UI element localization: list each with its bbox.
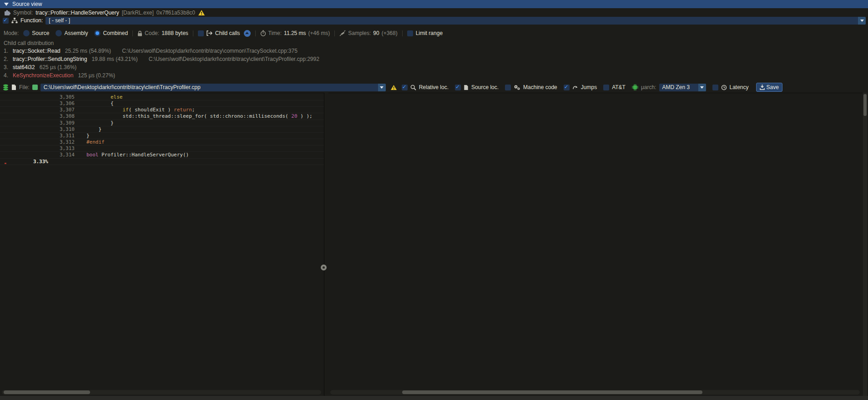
limit-range-label[interactable]: Limit range — [416, 30, 443, 36]
time-label: Time: — [268, 30, 282, 36]
source-code: std::this_thread::sleep_for( std::chrono… — [86, 113, 313, 120]
assembly-vscrollbar-thumb[interactable] — [863, 94, 867, 116]
sitemap-icon — [11, 18, 18, 24]
child-call-index: 3. — [4, 64, 8, 70]
splitter-knob[interactable] — [321, 265, 327, 270]
child-call-item[interactable]: 3.stat64i32625 µs (1.36%) — [4, 64, 76, 71]
source-row[interactable]: 3,314bool Profiler::HandleServerQuery() — [0, 152, 324, 158]
save-icon — [760, 85, 765, 90]
source-row[interactable]: 3,307 if( shouldExit ) return; — [0, 107, 324, 113]
child-call-name[interactable]: tracy::Profiler::SendLongString — [13, 56, 87, 62]
chevron-down-icon[interactable] — [698, 84, 706, 91]
child-call-name[interactable]: stat64i32 — [13, 64, 35, 70]
source-row[interactable]: 3.33% — [0, 159, 324, 165]
source-code: bool Profiler::HandleServerQuery() — [86, 152, 189, 158]
line-number: 3,308 — [51, 113, 75, 120]
relative-loc-checkbox[interactable] — [402, 85, 408, 90]
source-row[interactable]: 3,306 { — [0, 100, 324, 107]
line-number: 3,310 — [51, 126, 75, 133]
assembly-hscrollbar[interactable] — [330, 390, 860, 395]
source-code: else — [86, 94, 122, 100]
function-combo[interactable]: [ - self - ] — [45, 17, 866, 25]
assembly-pane[interactable] — [328, 93, 863, 397]
child-call-header: Child call distribution — [4, 40, 54, 46]
save-button[interactable]: Save — [756, 83, 782, 92]
collapse-child-calls-button[interactable] — [244, 30, 251, 37]
window-title: Source view — [12, 1, 42, 7]
symbol-name: tracy::Profiler::HandleServerQuery — [35, 10, 119, 16]
time-delta: (+46 ms) — [308, 30, 330, 36]
child-call-index: 2. — [4, 56, 8, 62]
symbol-module: [DarkRL.exe] — [122, 10, 154, 16]
child-call-name[interactable]: KeSynchronizeExecution — [13, 72, 73, 79]
mode-radio-assembly[interactable] — [56, 30, 62, 36]
child-call-item[interactable]: 1.tracy::Socket::Read25.25 ms (54.89%)C:… — [4, 47, 298, 55]
mode-radio-combined[interactable] — [94, 30, 101, 36]
mode-radio-source[interactable] — [23, 30, 30, 36]
source-row[interactable]: 3,305 else — [0, 94, 324, 100]
child-calls-label[interactable]: Child calls — [215, 30, 240, 36]
mode-combined-label[interactable]: Combined — [103, 30, 128, 36]
mode-assembly-label[interactable]: Assembly — [64, 30, 88, 36]
assembly-vscrollbar[interactable] — [863, 93, 867, 396]
att-label[interactable]: AT&T — [612, 84, 626, 90]
source-row[interactable]: 3,312#endif — [0, 139, 324, 145]
source-row[interactable]: 3,310 } — [0, 126, 324, 133]
file-combo[interactable]: C:\Users\wolf\Desktop\darkrl\contrib\tra… — [40, 84, 386, 91]
time-value: 11.25 ms — [284, 30, 306, 36]
assembly-hscrollbar-thumb[interactable] — [402, 390, 702, 394]
child-calls-icon — [207, 30, 213, 36]
child-call-time: 25.25 ms (54.89%) — [65, 48, 111, 54]
symbol-label: Symbol: — [13, 10, 33, 16]
limit-range-checkbox[interactable] — [407, 30, 413, 36]
source-pane[interactable]: 3,305 else3,306 {3,307 if( shouldExit ) … — [0, 93, 324, 397]
jumps-label[interactable]: Jumps — [581, 84, 597, 90]
function-checkbox[interactable] — [3, 18, 9, 24]
line-number: 3,314 — [51, 152, 75, 158]
jumps-icon — [572, 85, 578, 90]
source-loc-checkbox[interactable] — [455, 85, 461, 90]
jumps-checkbox[interactable] — [564, 85, 570, 90]
samples-label: Samples: — [348, 30, 371, 36]
source-hscrollbar[interactable] — [2, 390, 321, 395]
source-line-pct: 3.33% — [0, 159, 48, 165]
machine-code-checkbox[interactable] — [505, 85, 511, 90]
source-row[interactable]: 3,313 — [0, 145, 324, 152]
relative-loc-label[interactable]: Relative loc. — [419, 84, 449, 90]
child-call-list: 1.tracy::Socket::Read25.25 ms (54.89%)C:… — [0, 47, 868, 82]
symbol-address: 0x7ff61a53b8c0 — [156, 10, 195, 16]
chevron-down-icon[interactable] — [378, 84, 386, 91]
file-bar: File: C:\Users\wolf\Desktop\darkrl\contr… — [0, 82, 868, 92]
line-number: 3,305 — [51, 94, 75, 100]
uarch-combo[interactable]: AMD Zen 3 — [659, 84, 706, 91]
source-row[interactable]: 3,311} — [0, 133, 324, 139]
samples-value: 90 — [373, 30, 379, 36]
source-row[interactable]: 3,309 } — [0, 120, 324, 126]
source-row[interactable]: 3,308 std::this_thread::sleep_for( std::… — [0, 113, 324, 120]
function-label: Function: — [20, 17, 43, 24]
syringe-icon — [339, 30, 346, 36]
source-code: #endif — [86, 139, 105, 145]
latency-checkbox[interactable] — [712, 85, 718, 90]
window-titlebar[interactable]: Source view — [0, 0, 868, 8]
source-loc-label[interactable]: Source loc. — [471, 84, 499, 90]
child-call-time: 125 µs (0.27%) — [78, 72, 115, 79]
lock-icon — [137, 30, 142, 36]
latency-label[interactable]: Latency — [730, 84, 749, 90]
chevron-down-icon[interactable] — [858, 17, 866, 25]
source-hscrollbar-thumb[interactable] — [4, 390, 90, 394]
collapse-arrow-icon[interactable] — [4, 3, 9, 6]
jump-arrows-layer — [328, 93, 863, 395]
mode-source-label[interactable]: Source — [32, 30, 49, 36]
source-loc-icon — [464, 85, 469, 90]
child-calls-checkbox[interactable] — [198, 30, 204, 36]
child-call-name[interactable]: tracy::Socket::Read — [13, 48, 61, 54]
mode-label: Mode: — [4, 30, 19, 36]
line-number: 3,306 — [51, 100, 75, 107]
child-call-item[interactable]: 4.KeSynchronizeExecution125 µs (0.27%) — [4, 72, 115, 79]
line-number: 3,313 — [51, 145, 75, 152]
child-call-item[interactable]: 2.tracy::Profiler::SendLongString19.88 m… — [4, 55, 319, 63]
machine-code-label[interactable]: Machine code — [523, 84, 557, 90]
stopwatch-icon — [260, 30, 266, 36]
att-checkbox[interactable] — [603, 85, 609, 90]
